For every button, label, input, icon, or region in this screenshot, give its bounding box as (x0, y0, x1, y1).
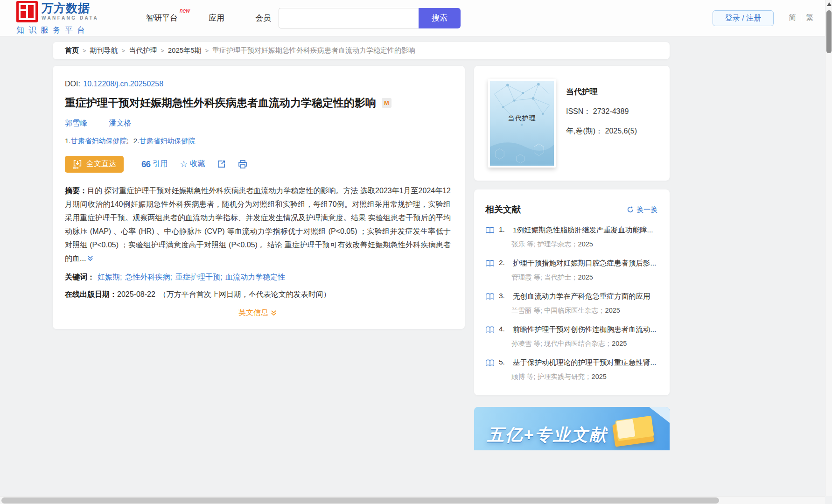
keyword-link[interactable]: 血流动力学稳定性 (225, 273, 285, 281)
print-button[interactable] (238, 160, 247, 169)
related-journal: 现代中西医结合杂志； (544, 340, 612, 347)
doi-row: DOI: 10.12208/j.cn.20250258 (65, 80, 451, 88)
refresh-related-button[interactable]: 换一换 (627, 205, 657, 214)
search-input[interactable] (279, 8, 419, 28)
breadcrumb-separator: > (83, 47, 86, 54)
abstract-text: 目的 探讨重症护理干预对妊娠期急性外科疾病患者血流动力学稳定性的影响。方法 选取… (65, 187, 451, 262)
related-article-link[interactable]: 2. 护理干预措施对妊娠期口腔急症患者预后影... (485, 259, 657, 268)
lang-simplified[interactable]: 简 (789, 13, 796, 23)
related-section-title: 相关文献 (485, 203, 521, 216)
chevron-double-down-icon (270, 309, 277, 316)
issn-label: ISSN： (566, 107, 591, 115)
online-date-value: 2025-08-22 (117, 290, 155, 298)
share-icon (217, 160, 226, 168)
related-item-meta: 孙凌雪 等; 现代中西医结合杂志；2025 (511, 339, 657, 348)
quote-icon: 66 (141, 159, 150, 169)
related-item-number: 5. (499, 358, 513, 366)
promo-banner[interactable]: 五亿+专业文献 (474, 407, 670, 450)
author-list: 郭雪峰 潘文格 (65, 119, 451, 128)
horizontal-scrollbar-thumb[interactable] (1, 497, 719, 504)
main-nav: 智研平台 new 应用 会员 (146, 13, 271, 23)
site-logo[interactable]: 万方数据 WANFANG DATA 知识服务平台 (16, 1, 114, 35)
printer-icon (238, 160, 247, 169)
journal-name-link[interactable]: 当代护理 (566, 86, 637, 97)
breadcrumb-journal[interactable]: 当代护理 (129, 46, 157, 55)
related-literature-card: 相关文献 换一换 (474, 189, 670, 395)
wanfang-logo-icon (16, 1, 38, 22)
journal-cover-image[interactable]: 当代护理 (488, 79, 556, 168)
keyword-separator: ; (120, 273, 122, 281)
article-detail-card: DOI: 10.12208/j.cn.20250258 重症护理干预对妊娠期急性… (53, 66, 465, 329)
doi-link[interactable]: 10.12208/j.cn.20250258 (83, 80, 163, 88)
free-download-icon: free (72, 159, 83, 169)
affiliation-number: 1. (65, 137, 71, 145)
breadcrumb-journal-nav[interactable]: 期刊导航 (90, 46, 118, 55)
cite-button[interactable]: 66 引用 (141, 159, 168, 169)
fulltext-label: 全文直达 (86, 159, 116, 169)
affiliation-separator: ; (127, 137, 129, 145)
book-icon (485, 226, 495, 234)
affiliation-link[interactable]: 甘肃省妇幼保健院 (71, 137, 127, 145)
affiliation-list: 1.甘肃省妇幼保健院; 2.甘肃省妇幼保健院 (65, 137, 451, 146)
horizontal-scrollbar[interactable] (0, 496, 825, 504)
related-article-link[interactable]: 3. 无创血流动力学在产科危急重症方面的应用 (485, 292, 657, 301)
related-item-number: 3. (499, 292, 513, 300)
list-item: 2. 护理干预措施对妊娠期口腔急症患者预后影... 管理霞 等; 当代护士；20… (485, 259, 657, 282)
abstract-expand-button[interactable] (87, 252, 94, 266)
book-icon (485, 259, 495, 267)
keyword-separator: ; (170, 273, 172, 281)
keyword-link[interactable]: 重症护理干预 (175, 273, 220, 281)
keywords-label: 关键词： (65, 273, 95, 281)
right-sidebar: 当代护理 当代护理 ISSN： 2732-4389 年,卷(期)： 2025,6… (474, 66, 670, 450)
article-title-row: 重症护理干预对妊娠期急性外科疾病患者血流动力学稳定性的影响 M (65, 96, 451, 110)
scroll-up-arrow-icon[interactable] (827, 2, 832, 6)
fulltext-button[interactable]: free 全文直达 (65, 156, 124, 173)
related-authors: 兰雪丽 等; (511, 307, 542, 314)
top-header: 万方数据 WANFANG DATA 知识服务平台 智研平台 new 应用 会员 … (0, 0, 832, 36)
lang-divider (801, 14, 801, 22)
abstract-section: 摘要：目的 探讨重症护理干预对妊娠期急性外科疾病患者血流动力学稳定性的影响。方法… (65, 184, 451, 266)
author-link[interactable]: 郭雪峰 (65, 119, 87, 127)
breadcrumb-home[interactable]: 首页 (65, 46, 79, 55)
related-article-link[interactable]: 5. 基于保护动机理论的护理干预对重症急性肾... (485, 358, 657, 368)
related-journal: 当代护士； (544, 273, 578, 281)
chevron-double-down-icon (87, 255, 94, 262)
collect-button[interactable]: ☆ 收藏 (180, 159, 205, 169)
search-bar: 搜索 (279, 8, 461, 28)
related-article-link[interactable]: 1. 1例妊娠期急性脂肪肝继发严重凝血功能障... (485, 225, 657, 235)
related-journal: 护理学杂志； (538, 240, 578, 248)
vertical-scrollbar[interactable] (825, 0, 832, 496)
volume-label: 年,卷(期)： (566, 127, 603, 135)
vertical-scrollbar-thumb[interactable] (826, 10, 832, 53)
english-info-toggle[interactable]: 英文信息 (65, 308, 451, 318)
breadcrumb: 首页 > 期刊导航 > 当代护理 > 2025年5期 > 重症护理干预对妊娠期急… (53, 42, 670, 59)
related-item-number: 4. (499, 325, 513, 333)
language-switch: 简 繁 (789, 13, 813, 23)
search-button[interactable]: 搜索 (419, 8, 461, 28)
journal-info-card: 当代护理 当代护理 ISSN： 2732-4389 年,卷(期)： 2025,6… (474, 66, 670, 181)
journal-volume-row: 年,卷(期)： 2025,6(5) (566, 126, 637, 136)
breadcrumb-issue[interactable]: 2025年5期 (168, 46, 202, 55)
related-item-meta: 张乐 等; 护理学杂志；2025 (511, 240, 657, 249)
nav-zhiyan-platform[interactable]: 智研平台 new (146, 13, 178, 23)
lang-traditional[interactable]: 繁 (806, 13, 813, 23)
online-date-note: （万方平台首次上网日期，不代表论文的发表时间） (159, 290, 331, 298)
keyword-link[interactable]: 急性外科疾病 (125, 273, 170, 281)
nav-member[interactable]: 会员 (255, 13, 271, 23)
related-authors: 顾博 等; (511, 373, 536, 380)
related-year: 2025 (578, 240, 593, 248)
login-register-button[interactable]: 登录 / 注册 (713, 10, 774, 26)
journal-cover-title: 当代护理 (490, 114, 554, 123)
related-item-meta: 管理霞 等; 当代护士；2025 (511, 273, 657, 282)
affiliation-link[interactable]: 甘肃省妇幼保健院 (139, 137, 195, 145)
share-button[interactable] (217, 160, 226, 168)
author-link[interactable]: 潘文格 (109, 119, 131, 127)
related-article-link[interactable]: 4. 前瞻性护理干预对创伤性连枷胸患者血流动... (485, 325, 657, 335)
brand-tagline: 知识服务平台 (16, 25, 114, 35)
star-icon: ☆ (180, 160, 188, 168)
related-item-meta: 兰雪丽 等; 中国临床医生杂志；2025 (511, 306, 657, 315)
keyword-link[interactable]: 妊娠期 (98, 273, 120, 281)
nav-apps[interactable]: 应用 (209, 13, 224, 23)
book-illustration-icon (611, 415, 656, 448)
related-item-number: 2. (499, 259, 513, 267)
